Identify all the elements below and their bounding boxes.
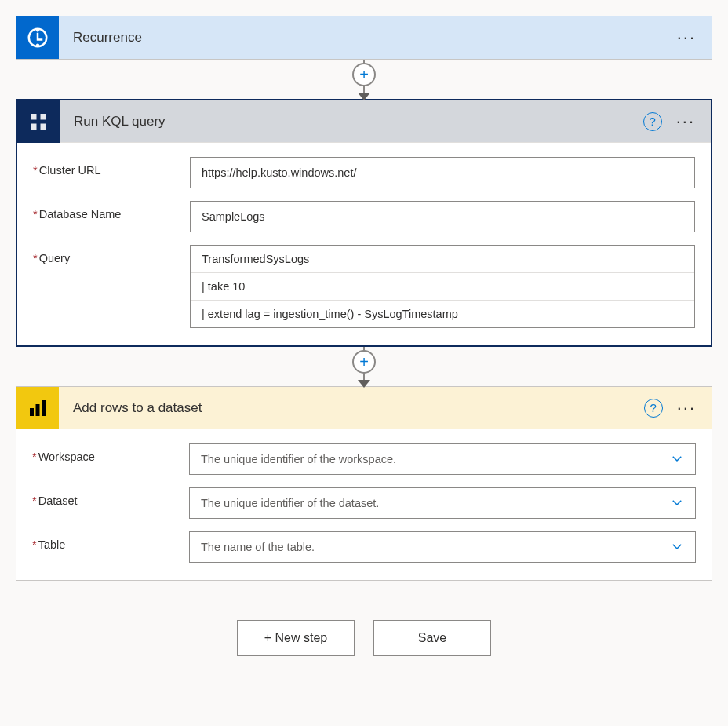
add-step-button[interactable]: + [352,63,376,86]
cluster-url-input[interactable]: https://help.kusto.windows.net/ [190,157,695,188]
query-input[interactable]: TransformedSysLogs | take 10 | extend la… [190,245,695,328]
powerbi-icon [16,387,59,429]
field-label: *Query [33,245,190,264]
step-recurrence[interactable]: Recurrence ··· [16,16,712,60]
field-label: *Workspace [32,443,189,463]
svg-point-0 [36,28,39,31]
field-label: *Dataset [32,487,189,507]
step-title: Recurrence [59,30,674,46]
chevron-down-icon [670,539,684,556]
add-step-button[interactable]: + [352,350,376,374]
more-menu-button[interactable]: ··· [674,24,699,51]
step-title: Run KQL query [60,114,643,130]
field-label: *Cluster URL [33,157,190,177]
save-button[interactable]: Save [373,620,491,656]
dataset-dropdown[interactable]: The unique identifier of the dataset. [189,487,696,519]
svg-point-1 [36,43,39,46]
svg-rect-3 [36,404,40,416]
connector: + [352,347,376,386]
svg-rect-2 [30,408,34,416]
step-title: Add rows to a dataset [59,400,644,416]
recurrence-icon [16,16,59,59]
kusto-icon [17,100,60,143]
database-name-input[interactable]: SampleLogs [190,201,695,232]
help-icon[interactable]: ? [643,112,662,131]
help-icon[interactable]: ? [644,399,663,418]
field-label: *Database Name [33,201,190,221]
step-run-kql-query[interactable]: Run KQL query ? ··· *Cluster URL https:/… [16,99,712,347]
step-add-rows-to-dataset[interactable]: Add rows to a dataset ? ··· *Workspace T… [16,386,712,581]
chevron-down-icon [670,451,684,468]
new-step-button[interactable]: + New step [237,620,355,656]
connector: + [352,60,376,99]
chevron-down-icon [670,495,684,512]
table-dropdown[interactable]: The name of the table. [189,531,696,563]
workspace-dropdown[interactable]: The unique identifier of the workspace. [189,443,696,475]
field-label: *Table [32,531,189,551]
more-menu-button[interactable]: ··· [674,395,699,421]
svg-rect-4 [42,400,46,416]
more-menu-button[interactable]: ··· [673,108,698,135]
